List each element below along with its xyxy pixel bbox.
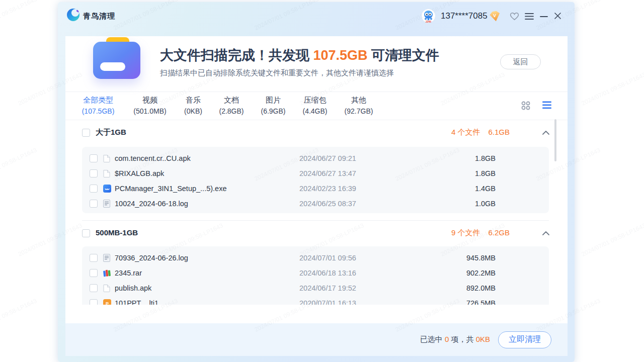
file-type-icon xyxy=(103,185,111,193)
file-date: 2024/06/17 19:52 xyxy=(299,284,356,292)
file-row[interactable]: PCManager_3IN1_Setup_...5).exe2024/02/23… xyxy=(82,181,549,196)
file-row[interactable]: com.tencent.cr..CU.apk2024/06/27 09:211.… xyxy=(82,151,549,166)
scrollbar-thumb[interactable] xyxy=(554,119,556,161)
account-number: 137****7085 xyxy=(441,11,488,21)
section-total-size: 6.1GB xyxy=(488,128,510,137)
tab-1[interactable]: 视频(501.0MB) xyxy=(133,96,166,115)
close-button[interactable] xyxy=(554,12,561,20)
tab-size: (2.8GB) xyxy=(219,107,244,115)
tab-6[interactable]: 其他(92.7GB) xyxy=(345,96,373,115)
section-header: 500MB-1GB9 个文件6.2GB xyxy=(65,221,568,245)
section-checkbox[interactable] xyxy=(82,129,90,137)
file-type-icon xyxy=(103,200,110,208)
row-checkbox[interactable] xyxy=(90,269,98,277)
file-size: 892.0MB xyxy=(466,284,496,292)
tab-label: 图片 xyxy=(261,96,285,105)
folder-icon xyxy=(93,37,140,79)
back-button[interactable]: 返回 xyxy=(500,54,541,69)
watermark-text: 2024/07/01 09:58-LP1643 xyxy=(581,222,644,257)
file-type-icon xyxy=(103,284,110,292)
section-checkbox[interactable] xyxy=(82,229,90,237)
chevron-up-icon[interactable] xyxy=(542,131,549,135)
row-checkbox[interactable] xyxy=(90,200,98,208)
user-avatar[interactable]: 2345 xyxy=(421,9,436,23)
section-summary: 9 个文件6.2GB xyxy=(451,228,510,238)
file-row[interactable]: 10024_2024-06-18.log2024/06/25 08:371.0G… xyxy=(82,196,549,211)
file-type-icon xyxy=(103,254,110,262)
app-logo-icon xyxy=(66,8,80,22)
tab-2[interactable]: 音乐(0KB) xyxy=(184,96,202,115)
file-name: 70936_2024-06-26.log xyxy=(115,254,188,262)
footer-bar: 已选中 0 项，共 0KB 立即清理 xyxy=(65,323,568,356)
file-date: 2024/06/25 08:37 xyxy=(299,200,356,208)
section-total-size: 6.2GB xyxy=(488,228,510,238)
favorite-icon[interactable] xyxy=(510,12,519,21)
chevron-up-icon[interactable] xyxy=(542,231,549,235)
header-divider xyxy=(65,92,568,92)
tab-0[interactable]: 全部类型(107.5GB) xyxy=(82,96,115,115)
clean-now-button[interactable]: 立即清理 xyxy=(498,331,551,348)
svg-text:2345: 2345 xyxy=(426,20,431,23)
row-checkbox[interactable] xyxy=(90,154,98,162)
row-checkbox[interactable] xyxy=(90,284,98,292)
list-view-icon[interactable] xyxy=(542,101,551,109)
tab-4[interactable]: 图片(6.9GB) xyxy=(261,96,285,115)
section-header: 大于1GB4 个文件6.1GB xyxy=(65,121,568,145)
watermark-text: 2024/07/01 09:58-LP1643 xyxy=(0,146,38,182)
scan-result-subtitle: 扫描结果中已自动排除系统关键文件和重要文件，其他文件请谨慎选择 xyxy=(160,68,394,78)
row-checkbox[interactable] xyxy=(90,299,98,305)
file-group: com.tencent.cr..CU.apk2024/06/27 09:211.… xyxy=(82,147,549,213)
tab-size: (0KB) xyxy=(184,107,202,115)
tab-size: (501.0MB) xyxy=(133,107,166,115)
tab-size: (4.4GB) xyxy=(302,107,327,115)
scan-result-title: 大文件扫描完成！共发现 107.5GB 可清理文件 xyxy=(160,46,439,64)
section-summary: 4 个文件6.1GB xyxy=(451,128,510,137)
watermark-text: 2024/07/01 09:58-LP1643 xyxy=(581,71,644,107)
row-checkbox[interactable] xyxy=(90,254,98,262)
section-label: 大于1GB xyxy=(96,128,126,137)
file-name: 10024_2024-06-18.log xyxy=(115,200,188,208)
svg-text:P: P xyxy=(106,301,109,305)
row-checkbox[interactable] xyxy=(90,169,98,177)
menu-icon[interactable] xyxy=(525,13,534,20)
selection-summary: 已选中 0 项，共 0KB xyxy=(420,335,490,344)
file-row[interactable]: 70936_2024-06-26.log2024/07/01 09:56945.… xyxy=(82,250,549,265)
tab-label: 音乐 xyxy=(184,96,202,105)
selected-size: 0KB xyxy=(476,335,490,343)
row-checkbox[interactable] xyxy=(90,185,98,193)
tab-size: (92.7GB) xyxy=(345,107,373,115)
tab-label: 全部类型 xyxy=(82,96,115,105)
watermark-text: 2024/07/01 09:58-LP1643 xyxy=(0,297,38,333)
file-size: 726.5MB xyxy=(466,299,496,305)
file-size: 902.2MB xyxy=(466,269,496,277)
file-date: 2024/06/18 13:16 xyxy=(299,269,356,277)
svg-text:V: V xyxy=(493,13,496,18)
tabbar-divider xyxy=(65,120,568,120)
cleanable-size-highlight: 107.5GB xyxy=(313,48,368,63)
section-divider xyxy=(82,220,549,221)
file-type-icon xyxy=(103,154,110,162)
tab-size: (107.5GB) xyxy=(82,107,115,115)
file-list: 大于1GB4 个文件6.1GBcom.tencent.cr..CU.apk202… xyxy=(65,121,568,305)
file-row[interactable]: $RIXALGB.apk2024/06/27 13:471.8GB xyxy=(82,166,549,181)
file-date: 2024/06/27 13:47 xyxy=(299,169,356,177)
file-row[interactable]: publish.apk2024/06/17 19:52892.0MB xyxy=(82,281,549,296)
file-name: PCManager_3IN1_Setup_...5).exe xyxy=(115,185,226,193)
tab-label: 压缩包 xyxy=(302,96,327,105)
file-date: 2020/07/01 16:13 xyxy=(299,299,356,305)
minimize-button[interactable] xyxy=(540,13,548,20)
file-size: 1.8GB xyxy=(475,154,496,162)
file-name: $RIXALGB.apk xyxy=(115,169,164,177)
file-name: com.tencent.cr..CU.apk xyxy=(115,154,191,162)
file-size: 1.0GB xyxy=(475,200,496,208)
tab-size: (6.9GB) xyxy=(261,107,285,115)
file-row[interactable]: P101PPT_..lti12020/07/01 16:13726.5MB xyxy=(82,296,549,305)
app-window: 青鸟清理 2345 137****7085 V xyxy=(58,2,575,362)
grid-view-icon[interactable] xyxy=(521,101,530,110)
file-row[interactable]: 2345.rar2024/06/18 13:16902.2MB xyxy=(82,265,549,281)
section-label: 500MB-1GB xyxy=(96,228,138,237)
file-type-icon xyxy=(103,269,111,277)
tab-5[interactable]: 压缩包(4.4GB) xyxy=(302,96,327,115)
tab-3[interactable]: 文档(2.8GB) xyxy=(219,96,244,115)
vip-badge-icon[interactable]: V xyxy=(488,11,502,22)
